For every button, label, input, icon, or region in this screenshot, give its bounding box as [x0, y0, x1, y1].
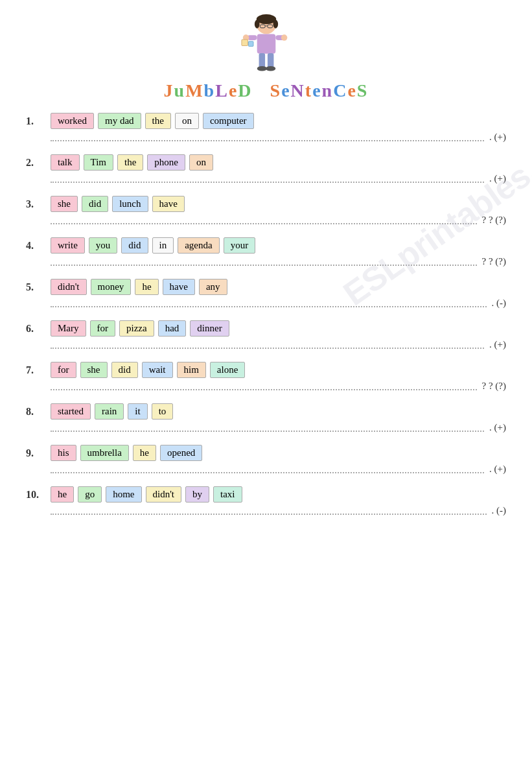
dotted-line-5 — [51, 300, 487, 307]
exercise-3: 3.shedidlunchhave? ? (?) — [26, 196, 506, 226]
svg-point-1 — [256, 14, 275, 24]
word-box-2-5: on — [189, 154, 213, 171]
exercise-2: 2.talkTimthephoneon. (+) — [26, 154, 506, 184]
exercise-num-7: 7. — [26, 362, 51, 376]
exercise-num-10: 10. — [26, 486, 51, 501]
exercise-4: 4.writeyoudidinagendayour? ? (?) — [26, 237, 506, 267]
exercise-9: 9.hisumbrellaheopened. (+) — [26, 445, 506, 475]
svg-rect-12 — [259, 53, 265, 68]
word-box-7-3: did — [111, 362, 138, 378]
exercise-num-2: 2. — [26, 154, 51, 169]
words-row-10: hegohomedidn'tbytaxi — [51, 486, 242, 503]
dotted-line-6 — [51, 341, 484, 349]
answer-line-row-10: . (-) — [51, 505, 506, 516]
word-box-7-4: wait — [142, 362, 173, 378]
word-box-7-1: for — [51, 362, 76, 378]
word-box-8-2: rain — [95, 403, 124, 420]
word-box-7-2: she — [80, 362, 108, 378]
exercise-6: 6.Maryforpizzahaddinner. (+) — [26, 320, 506, 350]
word-box-6-5: dinner — [190, 320, 229, 337]
answer-line-row-1: . (+) — [51, 132, 506, 143]
word-box-6-2: for — [90, 320, 116, 337]
sentence-type-10: . (-) — [492, 505, 507, 516]
answer-line-row-3: ? ? (?) — [51, 215, 506, 226]
exercise-row-10: 10.hegohomedidn'tbytaxi — [26, 486, 506, 503]
word-box-4-3: did — [121, 237, 148, 254]
words-row-5: didn'tmoneyhehaveany — [51, 279, 227, 295]
exercise-num-9: 9. — [26, 445, 51, 459]
svg-point-15 — [266, 66, 275, 71]
word-box-5-4: have — [163, 279, 195, 295]
sentence-type-4: ? ? (?) — [482, 256, 506, 267]
exercise-row-6: 6.Maryforpizzahaddinner — [26, 320, 506, 337]
word-box-4-1: write — [51, 237, 85, 254]
word-box-9-3: he — [133, 445, 156, 461]
word-box-5-5: any — [199, 279, 227, 295]
dotted-line-8 — [51, 424, 484, 432]
word-box-10-4: didn't — [146, 486, 182, 503]
boy-illustration — [237, 13, 295, 78]
answer-line-row-6: . (+) — [51, 339, 506, 350]
word-box-7-5: him — [177, 362, 206, 378]
word-box-10-3: home — [106, 486, 141, 503]
words-row-8: startedrainitto — [51, 403, 173, 420]
exercise-num-4: 4. — [26, 237, 51, 252]
exercise-num-5: 5. — [26, 279, 51, 293]
dotted-line-10 — [51, 507, 487, 515]
exercises-container: 1.workedmy dadtheoncomputer. (+)2.talkTi… — [26, 113, 506, 516]
answer-line-row-4: ? ? (?) — [51, 256, 506, 267]
exercise-row-1: 1.workedmy dadtheoncomputer — [26, 113, 506, 129]
word-box-2-2: Tim — [84, 154, 113, 171]
word-box-5-3: he — [135, 279, 158, 295]
word-box-5-2: money — [91, 279, 132, 295]
words-row-7: forshedidwaithimalone — [51, 362, 245, 378]
sentence-type-3: ? ? (?) — [482, 215, 506, 226]
exercise-7: 7.forshedidwaithimalone? ? (?) — [26, 362, 506, 392]
exercise-num-6: 6. — [26, 320, 51, 335]
words-row-6: Maryforpizzahaddinner — [51, 320, 229, 337]
answer-line-row-2: . (+) — [51, 173, 506, 184]
sentence-type-5: . (-) — [492, 298, 507, 309]
sentence-type-1: . (+) — [489, 132, 506, 143]
words-row-3: shedidlunchhave — [51, 196, 185, 212]
word-box-8-3: it — [128, 403, 147, 420]
word-box-1-4: on — [175, 113, 199, 129]
word-box-1-5: computer — [203, 113, 254, 129]
exercise-5: 5.didn'tmoneyhehaveany. (-) — [26, 279, 506, 309]
word-box-4-5: agenda — [178, 237, 219, 254]
dotted-line-7 — [51, 383, 477, 390]
word-box-1-1: worked — [51, 113, 94, 129]
word-box-2-1: talk — [51, 154, 80, 171]
svg-point-2 — [254, 19, 259, 28]
sentence-type-8: . (+) — [489, 422, 506, 433]
word-box-6-1: Mary — [51, 320, 86, 337]
exercise-1: 1.workedmy dadtheoncomputer. (+) — [26, 113, 506, 143]
exercise-8: 8.startedrainitto. (+) — [26, 403, 506, 433]
sentence-type-9: . (+) — [489, 464, 506, 475]
answer-line-row-5: . (-) — [51, 298, 506, 309]
word-box-2-4: phone — [147, 154, 185, 171]
svg-rect-13 — [267, 53, 273, 68]
word-box-7-6: alone — [210, 362, 245, 378]
answer-line-row-8: . (+) — [51, 422, 506, 433]
word-box-8-1: started — [51, 403, 91, 420]
word-box-6-3: pizza — [119, 320, 154, 337]
word-box-8-4: to — [152, 403, 174, 420]
svg-rect-16 — [241, 40, 248, 46]
words-row-1: workedmy dadtheoncomputer — [51, 113, 254, 129]
words-row-2: talkTimthephoneon — [51, 154, 213, 171]
exercise-row-7: 7.forshedidwaithimalone — [26, 362, 506, 378]
word-box-4-6: your — [224, 237, 256, 254]
svg-point-14 — [257, 66, 266, 71]
dotted-line-4 — [51, 258, 477, 266]
word-box-10-1: he — [51, 486, 74, 503]
word-box-2-3: the — [117, 154, 143, 171]
svg-rect-7 — [257, 34, 275, 53]
word-box-3-2: did — [82, 196, 108, 212]
dotted-line-3 — [51, 217, 477, 224]
exercise-row-3: 3.shedidlunchhave — [26, 196, 506, 212]
sentence-type-6: . (+) — [489, 339, 506, 350]
word-box-4-2: you — [89, 237, 118, 254]
answer-line-row-9: . (+) — [51, 464, 506, 475]
dotted-line-2 — [51, 175, 484, 183]
